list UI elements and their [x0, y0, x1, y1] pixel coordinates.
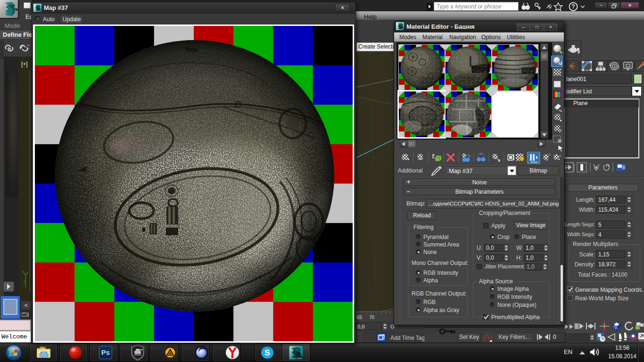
svg-text:max: max — [297, 357, 302, 360]
svg-text:%: % — [27, 44, 30, 47]
svg-text:y: y — [24, 279, 26, 284]
svg-text:70: 70 — [369, 315, 375, 320]
svg-text:?: ? — [571, 3, 575, 10]
svg-text:S: S — [264, 348, 270, 357]
svg-text:65: 65 — [357, 315, 363, 320]
